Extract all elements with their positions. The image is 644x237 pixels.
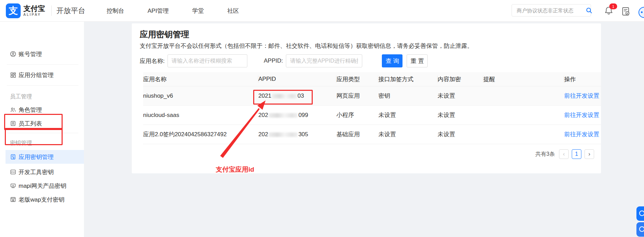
app-group-icon [10, 72, 16, 78]
col-header-sign-method: 接口加签方式 [378, 75, 438, 83]
cell-app-type: 网页应用 [336, 92, 378, 100]
search-icon[interactable] [586, 7, 592, 14]
user-circle-icon [10, 51, 16, 57]
sidebar-item-label: 员工列表 [19, 120, 42, 128]
cell-sign-method: 未设置 [378, 130, 438, 138]
feedback-floater[interactable] [636, 222, 644, 237]
top-nav: 控制台 API管理 学堂 社区 [107, 7, 239, 15]
sidebar-divider [7, 85, 78, 86]
sidebar-item-mapi-gateway-key[interactable]: mapi网关产品密钥 [0, 179, 84, 193]
agreements-button[interactable] [621, 7, 630, 16]
go-to-dev-settings-link[interactable]: 前往开发设置 [564, 131, 599, 138]
chat-icon [639, 226, 644, 232]
nav-api-management[interactable]: API管理 [148, 7, 169, 15]
appid-input[interactable] [286, 54, 362, 67]
roles-icon [10, 107, 16, 113]
redacted-appid-segment [269, 113, 298, 118]
col-header-reminder: 提醒 [483, 75, 564, 83]
top-header: 支 支付宝 ALIPAY 开放平台 控制台 API管理 学堂 社区 1 [0, 0, 644, 22]
cell-appid: 202305 [258, 131, 336, 138]
sidebar: 账号管理 应用分组管理 员工管理 角色管理 员工列表 密钥管理 应用密钥管理 开… [0, 21, 84, 237]
cell-app-type: 小程序 [336, 111, 378, 119]
app-key-icon [10, 154, 16, 160]
sidebar-item-app-key-management[interactable]: 应用密钥管理 [0, 150, 84, 164]
sidebar-item-legacy-wap-key[interactable]: 老版wap支付密钥 [0, 193, 84, 206]
cell-appid: 202103 [258, 93, 336, 99]
table-row: niushop_v6 202103 网页应用 密钥 未设置 前往开发设置 [143, 86, 601, 106]
redacted-appid-segment [269, 132, 298, 137]
pagination-next-button[interactable]: › [584, 149, 594, 159]
query-button[interactable]: 查 询 [382, 54, 402, 67]
col-header-appid: APPID [258, 76, 336, 83]
sidebar-item-account-management[interactable]: 账号管理 [0, 47, 84, 61]
sidebar-item-label: mapi网关产品密钥 [19, 182, 66, 190]
nav-community[interactable]: 社区 [227, 7, 239, 15]
alipay-logo[interactable]: 支 支付宝 ALIPAY 开放平台 [6, 3, 85, 18]
col-header-app-name: 应用名称 [143, 75, 258, 83]
go-to-dev-settings-link[interactable]: 前往开发设置 [564, 93, 599, 99]
customer-service-floater[interactable] [636, 206, 644, 221]
app-name-label: 应用名称: [140, 57, 165, 65]
brand-name-en: ALIPAY [23, 13, 45, 17]
nav-academy[interactable]: 学堂 [192, 7, 204, 15]
sidebar-item-staff-list[interactable]: 员工列表 [0, 117, 84, 130]
staff-list-icon [10, 120, 16, 127]
sidebar-item-label: 老版wap支付密钥 [19, 196, 64, 204]
sidebar-divider [7, 133, 78, 133]
table-header-row: 应用名称 APPID 应用类型 接口加签方式 内容加密 提醒 操作 [143, 72, 601, 86]
app-name-input[interactable] [168, 54, 247, 67]
sidebar-item-label: 角色管理 [19, 106, 42, 114]
sidebar-divider [7, 64, 78, 65]
sidebar-section-staff-management: 员工管理 [10, 93, 32, 100]
reset-button[interactable]: 重 置 [407, 54, 428, 67]
sidebar-item-app-group-management[interactable]: 应用分组管理 [0, 68, 84, 82]
cell-action: 前往开发设置 [564, 92, 601, 100]
annotation-label: 支付宝应用id [216, 165, 254, 174]
alipay-logo-icon: 支 [6, 3, 21, 18]
cell-app-name: niucloud-saas [143, 112, 258, 119]
headset-icon [639, 211, 644, 216]
cell-action: 前往开发设置 [564, 130, 601, 138]
col-header-content-encryption: 内容加密 [438, 75, 483, 83]
redacted-appid-segment [272, 94, 297, 98]
content-card: 应用密钥管理 支付宝开放平台不会以任何形式（包括但不限于：邮件、社交软件、电话和… [132, 23, 601, 173]
cell-app-name: niushop_v6 [143, 93, 258, 99]
appid-label: APPID: [264, 57, 283, 64]
header-search-box[interactable] [512, 4, 591, 17]
sidebar-item-label: 账号管理 [19, 50, 42, 58]
notifications-button[interactable]: 1 [604, 6, 614, 16]
sidebar-item-label: 应用密钥管理 [19, 153, 54, 161]
cell-content-encryption: 未设置 [438, 130, 483, 138]
go-to-dev-settings-link[interactable]: 前往开发设置 [564, 112, 599, 118]
cell-sign-method: 未设置 [378, 111, 438, 119]
page-title: 应用密钥管理 [140, 29, 189, 40]
cell-appid: 202099 [258, 112, 336, 119]
nav-console[interactable]: 控制台 [107, 7, 124, 15]
table-row: niucloud-saas 202099 小程序 未设置 未设置 前往开发设置 [143, 106, 601, 125]
sidebar-item-label: 开发工具密钥 [19, 168, 54, 176]
pagination-prev-button[interactable]: ‹ [559, 149, 569, 159]
cell-sign-method: 密钥 [378, 92, 438, 100]
app-key-table: 应用名称 APPID 应用类型 接口加签方式 内容加密 提醒 操作 niusho… [143, 72, 601, 144]
pagination-page-1[interactable]: 1 [572, 149, 581, 159]
brand-name: 支付宝 [23, 5, 45, 12]
header-search-input[interactable] [516, 7, 586, 14]
sidebar-item-dev-tool-key[interactable]: 开发工具密钥 [0, 165, 84, 179]
filter-bar: 应用名称: APPID: 查 询 重 置 [140, 54, 428, 67]
notification-badge: 1 [609, 3, 617, 9]
col-header-app-type: 应用类型 [336, 75, 378, 83]
platform-title: 开放平台 [56, 6, 85, 15]
contract-icon [621, 7, 630, 16]
dev-tool-key-icon [10, 169, 16, 175]
cell-content-encryption: 未设置 [438, 92, 483, 100]
cell-action: 前往开发设置 [564, 111, 601, 119]
mapi-key-icon [10, 183, 16, 189]
cell-content-encryption: 未设置 [438, 111, 483, 119]
sidebar-item-role-management[interactable]: 角色管理 [0, 103, 84, 117]
logo-divider [51, 6, 52, 16]
col-header-action: 操作 [564, 75, 601, 83]
pagination-total: 共有3条 [535, 151, 555, 158]
sidebar-item-label: 应用分组管理 [19, 71, 54, 79]
assistant-robot-icon[interactable] [638, 7, 644, 18]
wap-key-icon [10, 196, 16, 203]
